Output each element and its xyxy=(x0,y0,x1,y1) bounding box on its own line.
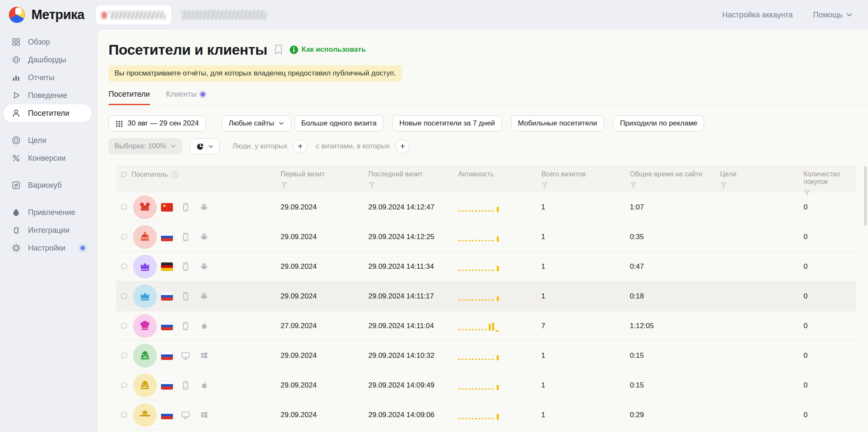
table-row[interactable]: 29.09.2024 29.09.2024 14:11:17 1 0:18 0 xyxy=(116,281,856,311)
column-header[interactable]: Посетитель? xyxy=(120,165,281,196)
svg-text:?: ? xyxy=(174,173,176,177)
column-header-label: Последний визит xyxy=(368,170,423,178)
bookmark-icon[interactable] xyxy=(273,44,284,55)
sampling-dropdown[interactable]: Выборка: 100% xyxy=(108,138,182,154)
phone-icon xyxy=(181,291,191,301)
column-header[interactable]: Всего визитов xyxy=(541,165,630,196)
account-settings-link[interactable]: Настройка аккаунта xyxy=(722,11,793,20)
column-header-label: Всего визитов xyxy=(541,170,586,178)
sidebar-item-flame[interactable]: Привлечение xyxy=(3,203,92,221)
sidebar-item-dashboards[interactable]: Дашборды xyxy=(3,51,92,69)
filter-funnel-icon[interactable] xyxy=(720,181,727,188)
sites-dropdown[interactable]: Любые сайты xyxy=(222,115,291,131)
comment-icon[interactable] xyxy=(120,321,129,331)
sidebar-item-gear[interactable]: Настройки xyxy=(3,239,92,257)
table-row[interactable]: ★ 29.09.2024 29.09.2024 14:12:47 1 1:07 … xyxy=(116,192,856,222)
phone-icon xyxy=(181,262,191,272)
brand[interactable]: Метрика xyxy=(8,6,84,24)
filter-funnel-icon[interactable] xyxy=(368,181,376,188)
query-builder-row: Выборка: 100% Люди, у которых + с визита… xyxy=(108,138,868,154)
play-icon xyxy=(11,90,21,100)
sidebar-item-play[interactable]: Поведение xyxy=(3,86,92,104)
visitor-avatar[interactable] xyxy=(133,255,157,279)
notification-dot xyxy=(81,246,85,250)
comment-icon[interactable] xyxy=(120,351,129,360)
table-row[interactable]: 27.09.2024 29.09.2024 14:11:04 7 1:12:05… xyxy=(116,311,856,341)
sidebar-item-person[interactable]: Посетители xyxy=(3,104,92,122)
column-header[interactable]: Цели xyxy=(720,165,804,196)
table-row[interactable]: 29.09.2024 29.09.2024 14:11:34 1 0:47 0 xyxy=(116,252,856,281)
chevron-down-icon xyxy=(278,120,284,126)
table-header: Посетитель?Первый визитПоследний визитАк… xyxy=(116,165,856,192)
tab-visitors[interactable]: Посетители xyxy=(108,90,150,99)
column-header[interactable]: Первый визит xyxy=(281,165,368,196)
filter-funnel-icon[interactable] xyxy=(541,181,548,188)
visitor-avatar[interactable] xyxy=(133,225,157,249)
column-header[interactable]: Общее время на сайте xyxy=(630,165,720,196)
sidebar-item-target[interactable]: Цели xyxy=(3,131,92,149)
flame-icon xyxy=(11,207,21,217)
column-header[interactable]: Активность xyxy=(458,165,541,196)
tab-label: Посетители xyxy=(108,90,150,99)
comment-icon[interactable] xyxy=(120,410,129,420)
first-visit-cell: 29.09.2024 xyxy=(281,233,368,241)
visitor-avatar[interactable] xyxy=(133,344,157,368)
chart-type-dropdown[interactable] xyxy=(190,138,220,154)
first-visit-cell: 29.09.2024 xyxy=(281,203,368,212)
last-visit-cell: 29.09.2024 14:12:47 xyxy=(368,203,458,212)
apple-icon xyxy=(199,321,209,331)
counter-selector[interactable] xyxy=(96,6,171,25)
tab-clients[interactable]: Клиенты xyxy=(166,90,205,99)
sidebar-item-percent[interactable]: Конверсии xyxy=(3,149,92,167)
sidebar-item-puzzle[interactable]: Интеграции xyxy=(3,221,92,239)
date-range-button[interactable]: 30 авг — 29 сен 2024 xyxy=(108,115,206,131)
comment-icon[interactable] xyxy=(120,292,129,301)
country-flag-icon xyxy=(161,411,173,419)
comment-icon[interactable] xyxy=(120,232,129,242)
table-row[interactable]: 29.09.2024 29.09.2024 14:12:25 1 0:35 0 xyxy=(116,222,856,252)
comment-icon[interactable] xyxy=(120,381,129,390)
table-row[interactable]: 29.09.2024 29.09.2024 14:09:49 1 0:15 0 xyxy=(116,371,856,400)
sidebar-item-variocube[interactable]: Вариокуб xyxy=(3,176,92,194)
visitor-avatar[interactable] xyxy=(133,403,157,427)
country-flag-icon xyxy=(161,351,173,360)
table-row[interactable]: 29.09.2024 29.09.2024 14:10:32 1 0:15 0 xyxy=(116,341,856,371)
segment-filter-button[interactable]: Приходили по рекламе xyxy=(613,115,704,131)
visits-cell: 1 xyxy=(541,381,630,390)
segment-filter-button[interactable]: Больше одного визита xyxy=(295,115,384,131)
visitor-avatar[interactable] xyxy=(133,314,157,338)
filter-funnel-icon[interactable] xyxy=(630,181,637,188)
filter-funnel-icon[interactable] xyxy=(804,189,811,196)
visitor-avatar[interactable] xyxy=(133,373,157,397)
activity-sparkline xyxy=(458,232,499,242)
total-time-cell: 1:12:05 xyxy=(630,322,720,330)
metrica-logo-icon xyxy=(8,6,26,24)
last-visit-cell: 29.09.2024 14:11:04 xyxy=(368,322,458,330)
topbar: Метрика Настройка аккаунта Помощь xyxy=(0,0,868,30)
windows-icon xyxy=(199,410,209,420)
add-people-condition-button[interactable]: + xyxy=(293,139,307,153)
help-menu[interactable]: Помощь xyxy=(813,11,853,20)
table-row[interactable]: 29.09.2024 29.09.2024 14:09:06 1 0:29 0 xyxy=(116,400,856,430)
add-visit-condition-button[interactable]: + xyxy=(395,139,409,153)
country-flag-icon xyxy=(161,262,173,271)
sidebar-item-reports[interactable]: Отчеты xyxy=(3,69,92,86)
activity-sparkline xyxy=(458,292,499,301)
comment-icon[interactable] xyxy=(120,203,129,212)
comment-icon[interactable] xyxy=(120,262,129,271)
filter-funnel-icon[interactable] xyxy=(281,181,288,188)
segment-filter-button[interactable]: Новые посетители за 7 дней xyxy=(392,115,502,131)
column-header[interactable]: Количество покупок xyxy=(804,165,856,196)
how-to-use-link[interactable]: Как использовать xyxy=(289,45,366,54)
main-panel: Посетители и клиенты Как использовать Вы… xyxy=(97,30,868,432)
sidebar-item-grid[interactable]: Обзор xyxy=(3,33,92,51)
visitor-avatar[interactable] xyxy=(133,195,157,219)
scrollbar[interactable] xyxy=(864,166,867,226)
dashboards-icon xyxy=(11,55,21,65)
visitor-avatar[interactable] xyxy=(133,284,157,308)
help-icon[interactable]: ? xyxy=(171,171,178,178)
country-flag-icon xyxy=(161,233,173,241)
column-header[interactable]: Последний визит xyxy=(368,165,458,196)
segment-filter-button[interactable]: Мобильные посетители xyxy=(511,115,604,131)
reports-icon xyxy=(11,72,21,83)
